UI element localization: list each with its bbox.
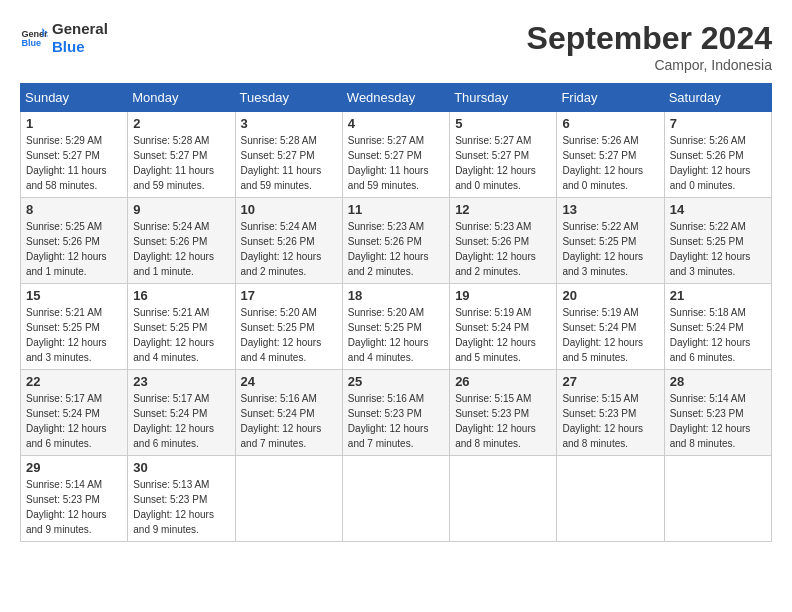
calendar-cell [235,456,342,542]
calendar-cell: 29Sunrise: 5:14 AMSunset: 5:23 PMDayligh… [21,456,128,542]
calendar-cell: 6Sunrise: 5:26 AMSunset: 5:27 PMDaylight… [557,112,664,198]
col-saturday: Saturday [664,84,771,112]
col-tuesday: Tuesday [235,84,342,112]
calendar-cell: 20Sunrise: 5:19 AMSunset: 5:24 PMDayligh… [557,284,664,370]
col-sunday: Sunday [21,84,128,112]
calendar-week-4: 29Sunrise: 5:14 AMSunset: 5:23 PMDayligh… [21,456,772,542]
page-header: General Blue General Blue September 2024… [20,20,772,73]
calendar-cell: 18Sunrise: 5:20 AMSunset: 5:25 PMDayligh… [342,284,449,370]
calendar-cell: 12Sunrise: 5:23 AMSunset: 5:26 PMDayligh… [450,198,557,284]
calendar-cell: 2Sunrise: 5:28 AMSunset: 5:27 PMDaylight… [128,112,235,198]
col-monday: Monday [128,84,235,112]
logo: General Blue General Blue [20,20,108,56]
month-title: September 2024 [527,20,772,57]
calendar-week-2: 15Sunrise: 5:21 AMSunset: 5:25 PMDayligh… [21,284,772,370]
logo-blue: Blue [52,38,108,56]
location: Campor, Indonesia [527,57,772,73]
col-wednesday: Wednesday [342,84,449,112]
calendar-week-1: 8Sunrise: 5:25 AMSunset: 5:26 PMDaylight… [21,198,772,284]
calendar-week-3: 22Sunrise: 5:17 AMSunset: 5:24 PMDayligh… [21,370,772,456]
calendar-cell: 10Sunrise: 5:24 AMSunset: 5:26 PMDayligh… [235,198,342,284]
calendar-cell: 19Sunrise: 5:19 AMSunset: 5:24 PMDayligh… [450,284,557,370]
calendar-cell: 24Sunrise: 5:16 AMSunset: 5:24 PMDayligh… [235,370,342,456]
calendar-cell: 21Sunrise: 5:18 AMSunset: 5:24 PMDayligh… [664,284,771,370]
calendar-cell: 9Sunrise: 5:24 AMSunset: 5:26 PMDaylight… [128,198,235,284]
col-friday: Friday [557,84,664,112]
calendar-cell [664,456,771,542]
calendar-cell: 17Sunrise: 5:20 AMSunset: 5:25 PMDayligh… [235,284,342,370]
calendar-table: Sunday Monday Tuesday Wednesday Thursday… [20,83,772,542]
calendar-cell: 22Sunrise: 5:17 AMSunset: 5:24 PMDayligh… [21,370,128,456]
calendar-cell: 13Sunrise: 5:22 AMSunset: 5:25 PMDayligh… [557,198,664,284]
calendar-cell: 15Sunrise: 5:21 AMSunset: 5:25 PMDayligh… [21,284,128,370]
title-area: September 2024 Campor, Indonesia [527,20,772,73]
calendar-cell: 5Sunrise: 5:27 AMSunset: 5:27 PMDaylight… [450,112,557,198]
calendar-cell: 4Sunrise: 5:27 AMSunset: 5:27 PMDaylight… [342,112,449,198]
calendar-cell: 26Sunrise: 5:15 AMSunset: 5:23 PMDayligh… [450,370,557,456]
calendar-cell: 28Sunrise: 5:14 AMSunset: 5:23 PMDayligh… [664,370,771,456]
calendar-cell: 25Sunrise: 5:16 AMSunset: 5:23 PMDayligh… [342,370,449,456]
calendar-cell: 3Sunrise: 5:28 AMSunset: 5:27 PMDaylight… [235,112,342,198]
calendar-cell: 8Sunrise: 5:25 AMSunset: 5:26 PMDaylight… [21,198,128,284]
calendar-header-row: Sunday Monday Tuesday Wednesday Thursday… [21,84,772,112]
calendar-cell: 16Sunrise: 5:21 AMSunset: 5:25 PMDayligh… [128,284,235,370]
calendar-cell [342,456,449,542]
calendar-cell: 30Sunrise: 5:13 AMSunset: 5:23 PMDayligh… [128,456,235,542]
svg-text:General: General [21,29,48,39]
calendar-cell: 1Sunrise: 5:29 AMSunset: 5:27 PMDaylight… [21,112,128,198]
col-thursday: Thursday [450,84,557,112]
calendar-cell: 14Sunrise: 5:22 AMSunset: 5:25 PMDayligh… [664,198,771,284]
svg-text:Blue: Blue [21,38,41,48]
logo-icon: General Blue [20,24,48,52]
logo-general: General [52,20,108,38]
calendar-cell: 27Sunrise: 5:15 AMSunset: 5:23 PMDayligh… [557,370,664,456]
calendar-cell [557,456,664,542]
calendar-cell: 23Sunrise: 5:17 AMSunset: 5:24 PMDayligh… [128,370,235,456]
calendar-cell [450,456,557,542]
calendar-cell: 11Sunrise: 5:23 AMSunset: 5:26 PMDayligh… [342,198,449,284]
calendar-week-0: 1Sunrise: 5:29 AMSunset: 5:27 PMDaylight… [21,112,772,198]
calendar-cell: 7Sunrise: 5:26 AMSunset: 5:26 PMDaylight… [664,112,771,198]
